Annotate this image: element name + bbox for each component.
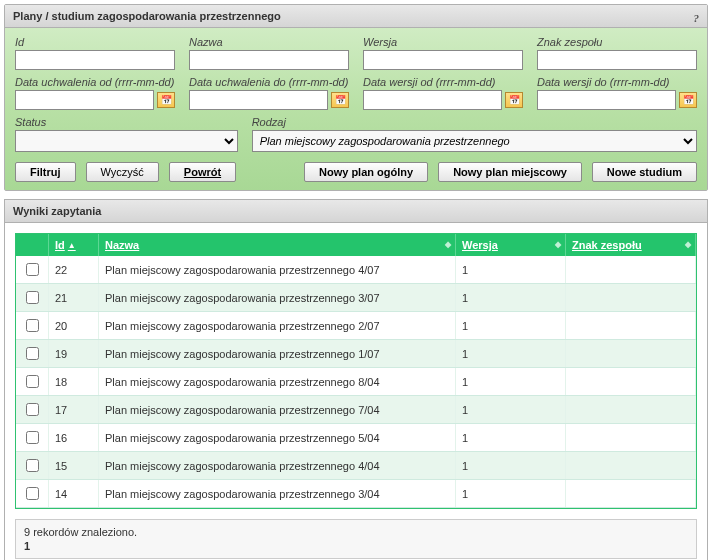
cell-id: 14	[49, 480, 99, 508]
filter-title-bar: Plany / studium zagospodarowania przestr…	[5, 5, 707, 28]
row-select-cell	[16, 312, 49, 340]
cell-znak	[566, 396, 696, 424]
wersja-label: Wersja	[363, 36, 523, 48]
col-znak-label: Znak zespołu	[572, 239, 642, 251]
nowe-studium-button[interactable]: Nowe studium	[592, 162, 697, 182]
table-row[interactable]: 18Plan miejscowy zagospodarowania przest…	[16, 368, 696, 396]
row-select-cell	[16, 340, 49, 368]
calendar-icon[interactable]: 📅	[157, 92, 175, 108]
cell-wersja: 1	[456, 312, 566, 340]
row-select-cell	[16, 452, 49, 480]
table-row[interactable]: 22Plan miejscowy zagospodarowania przest…	[16, 256, 696, 284]
col-nazwa-label: Nazwa	[105, 239, 139, 251]
row-checkbox[interactable]	[26, 431, 39, 444]
row-checkbox[interactable]	[26, 263, 39, 276]
cell-id: 19	[49, 340, 99, 368]
row-checkbox[interactable]	[26, 487, 39, 500]
cell-wersja: 1	[456, 340, 566, 368]
data-wer-do-label: Data wersji do (rrrr-mm-dd)	[537, 76, 697, 88]
status-select[interactable]	[15, 130, 238, 152]
znak-input[interactable]	[537, 50, 697, 70]
table-row[interactable]: 14Plan miejscowy zagospodarowania przest…	[16, 480, 696, 508]
row-select-cell	[16, 396, 49, 424]
data-uchw-do-input[interactable]	[189, 90, 328, 110]
cell-wersja: 1	[456, 368, 566, 396]
data-wer-do-input[interactable]	[537, 90, 676, 110]
cell-id: 16	[49, 424, 99, 452]
help-icon[interactable]: ?	[694, 12, 700, 24]
table-row[interactable]: 17Plan miejscowy zagospodarowania przest…	[16, 396, 696, 424]
calendar-icon[interactable]: 📅	[331, 92, 349, 108]
sort-handle-icon[interactable]: ◆	[685, 242, 691, 248]
cell-nazwa: Plan miejscowy zagospodarowania przestrz…	[99, 396, 456, 424]
nazwa-label: Nazwa	[189, 36, 349, 48]
wersja-input[interactable]	[363, 50, 523, 70]
cell-id: 20	[49, 312, 99, 340]
row-checkbox[interactable]	[26, 319, 39, 332]
calendar-icon[interactable]: 📅	[679, 92, 697, 108]
cell-wersja: 1	[456, 424, 566, 452]
calendar-icon[interactable]: 📅	[505, 92, 523, 108]
nazwa-input[interactable]	[189, 50, 349, 70]
cell-id: 21	[49, 284, 99, 312]
row-checkbox[interactable]	[26, 459, 39, 472]
sort-handle-icon[interactable]: ◆	[555, 242, 561, 248]
table-row[interactable]: 20Plan miejscowy zagospodarowania przest…	[16, 312, 696, 340]
results-table-wrapper: Id Nazwa◆ Wersja◆ Znak zespołu◆ 22Plan m…	[15, 233, 697, 509]
cell-wersja: 1	[456, 480, 566, 508]
cell-znak	[566, 284, 696, 312]
col-id[interactable]: Id	[49, 234, 99, 256]
status-label: Status	[15, 116, 238, 128]
nowy-ogolny-button[interactable]: Nowy plan ogólny	[304, 162, 428, 182]
id-input[interactable]	[15, 50, 175, 70]
col-znak[interactable]: Znak zespołu◆	[566, 234, 696, 256]
results-table: Id Nazwa◆ Wersja◆ Znak zespołu◆ 22Plan m…	[16, 234, 696, 508]
row-select-cell	[16, 480, 49, 508]
cell-nazwa: Plan miejscowy zagospodarowania przestrz…	[99, 480, 456, 508]
row-checkbox[interactable]	[26, 291, 39, 304]
row-checkbox[interactable]	[26, 375, 39, 388]
data-wer-od-input[interactable]	[363, 90, 502, 110]
cell-znak	[566, 340, 696, 368]
row-checkbox[interactable]	[26, 403, 39, 416]
rodzaj-select[interactable]: Plan miejscowy zagospodarowania przestrz…	[252, 130, 697, 152]
row-select-cell	[16, 368, 49, 396]
row-select-cell	[16, 284, 49, 312]
nowy-miejscowy-button[interactable]: Nowy plan miejscowy	[438, 162, 582, 182]
table-row[interactable]: 16Plan miejscowy zagospodarowania przest…	[16, 424, 696, 452]
cell-id: 22	[49, 256, 99, 284]
col-wersja[interactable]: Wersja◆	[456, 234, 566, 256]
cell-wersja: 1	[456, 396, 566, 424]
table-row[interactable]: 15Plan miejscowy zagospodarowania przest…	[16, 452, 696, 480]
data-uchw-od-label: Data uchwalenia od (rrrr-mm-dd)	[15, 76, 175, 88]
table-row[interactable]: 21Plan miejscowy zagospodarowania przest…	[16, 284, 696, 312]
filter-title: Plany / studium zagospodarowania przestr…	[13, 10, 281, 22]
powrot-button[interactable]: Powrót	[169, 162, 236, 182]
row-select-cell	[16, 424, 49, 452]
filter-body: Id Nazwa Wersja Znak zespołu Data uchwal…	[5, 28, 707, 190]
cell-nazwa: Plan miejscowy zagospodarowania przestrz…	[99, 368, 456, 396]
table-row[interactable]: 19Plan miejscowy zagospodarowania przest…	[16, 340, 696, 368]
results-panel: Wyniki zapytania Id Nazwa◆ Wersja◆ Znak …	[4, 199, 708, 560]
cell-znak	[566, 480, 696, 508]
cell-wersja: 1	[456, 284, 566, 312]
row-checkbox[interactable]	[26, 347, 39, 360]
wyczysc-button[interactable]: Wyczyść	[86, 162, 159, 182]
cell-id: 17	[49, 396, 99, 424]
data-uchw-od-input[interactable]	[15, 90, 154, 110]
cell-wersja: 1	[456, 452, 566, 480]
page-number: 1	[24, 540, 688, 552]
filtruj-button[interactable]: Filtruj	[15, 162, 76, 182]
cell-znak	[566, 256, 696, 284]
id-label: Id	[15, 36, 175, 48]
col-nazwa[interactable]: Nazwa◆	[99, 234, 456, 256]
cell-nazwa: Plan miejscowy zagospodarowania przestrz…	[99, 424, 456, 452]
data-uchw-do-label: Data uchwalenia do (rrrr-mm-dd)	[189, 76, 349, 88]
col-wersja-label: Wersja	[462, 239, 498, 251]
cell-id: 15	[49, 452, 99, 480]
sort-handle-icon[interactable]: ◆	[445, 242, 451, 248]
results-title: Wyniki zapytania	[5, 200, 707, 223]
cell-nazwa: Plan miejscowy zagospodarowania przestrz…	[99, 340, 456, 368]
cell-znak	[566, 452, 696, 480]
filter-panel: Plany / studium zagospodarowania przestr…	[4, 4, 708, 191]
